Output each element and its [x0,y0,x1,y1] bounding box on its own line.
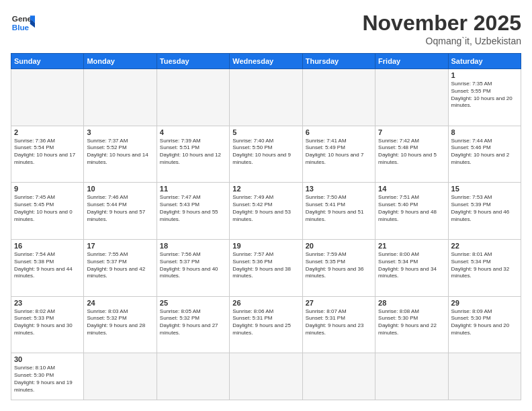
day-info: Sunrise: 8:05 AM Sunset: 5:32 PM Dayligh… [160,308,226,337]
day-info: Sunrise: 7:46 AM Sunset: 5:44 PM Dayligh… [87,194,153,223]
day-info: Sunrise: 7:53 AM Sunset: 5:39 PM Dayligh… [451,194,518,223]
day-number: 15 [451,185,518,193]
day-number: 8 [451,128,518,136]
day-info: Sunrise: 7:40 AM Sunset: 5:50 PM Dayligh… [232,138,299,167]
day-number: 25 [160,299,226,307]
calendar-cell: 24Sunrise: 8:03 AM Sunset: 5:32 PM Dayli… [84,296,157,353]
calendar-week-row: 2Sunrise: 7:36 AM Sunset: 5:54 PM Daylig… [11,126,521,183]
calendar-cell: 12Sunrise: 7:49 AM Sunset: 5:42 PM Dayli… [230,183,302,240]
calendar-cell: 7Sunrise: 7:42 AM Sunset: 5:48 PM Daylig… [375,126,448,183]
day-info: Sunrise: 7:45 AM Sunset: 5:45 PM Dayligh… [14,194,81,223]
calendar-cell [157,69,229,126]
calendar-week-row: 9Sunrise: 7:45 AM Sunset: 5:45 PM Daylig… [11,183,521,240]
calendar-week-row: 1Sunrise: 7:35 AM Sunset: 5:55 PM Daylig… [11,69,521,126]
day-info: Sunrise: 8:07 AM Sunset: 5:31 PM Dayligh… [306,308,372,337]
day-info: Sunrise: 8:03 AM Sunset: 5:32 PM Dayligh… [87,308,153,337]
logo-icon: General Blue [11,11,35,35]
day-info: Sunrise: 7:55 AM Sunset: 5:37 PM Dayligh… [87,251,153,280]
day-info: Sunrise: 7:41 AM Sunset: 5:49 PM Dayligh… [306,138,372,167]
calendar-cell: 20Sunrise: 7:59 AM Sunset: 5:35 PM Dayli… [302,239,375,296]
day-number: 6 [306,128,372,136]
calendar-cell: 13Sunrise: 7:50 AM Sunset: 5:41 PM Dayli… [302,183,375,240]
calendar-header-saturday: Saturday [448,54,521,69]
calendar-cell [11,69,84,126]
calendar-header-thursday: Thursday [302,54,375,69]
calendar-cell: 11Sunrise: 7:47 AM Sunset: 5:43 PM Dayli… [157,183,229,240]
calendar-cell: 28Sunrise: 8:08 AM Sunset: 5:30 PM Dayli… [375,296,448,353]
day-info: Sunrise: 7:39 AM Sunset: 5:51 PM Dayligh… [160,138,226,167]
calendar-table: SundayMondayTuesdayWednesdayThursdayFrid… [11,53,521,400]
day-info: Sunrise: 8:08 AM Sunset: 5:30 PM Dayligh… [378,308,445,337]
calendar-cell [375,69,448,126]
day-number: 27 [306,299,372,307]
calendar-header-tuesday: Tuesday [157,54,229,69]
calendar-cell: 29Sunrise: 8:09 AM Sunset: 5:30 PM Dayli… [448,296,521,353]
day-info: Sunrise: 8:00 AM Sunset: 5:34 PM Dayligh… [378,251,445,280]
day-info: Sunrise: 8:06 AM Sunset: 5:31 PM Dayligh… [232,308,299,337]
calendar-cell [448,353,521,400]
calendar-cell: 21Sunrise: 8:00 AM Sunset: 5:34 PM Dayli… [375,239,448,296]
calendar-cell: 22Sunrise: 8:01 AM Sunset: 5:34 PM Dayli… [448,239,521,296]
day-number: 13 [306,185,372,193]
calendar-cell: 8Sunrise: 7:44 AM Sunset: 5:46 PM Daylig… [448,126,521,183]
day-info: Sunrise: 7:35 AM Sunset: 5:55 PM Dayligh… [451,81,518,109]
day-number: 14 [378,185,445,193]
svg-text:Blue: Blue [12,23,30,32]
day-number: 19 [232,242,299,250]
calendar-cell: 30Sunrise: 8:10 AM Sunset: 5:30 PM Dayli… [11,353,84,400]
day-number: 17 [87,242,153,250]
calendar-cell [230,353,302,400]
calendar-cell: 19Sunrise: 7:57 AM Sunset: 5:36 PM Dayli… [230,239,302,296]
day-info: Sunrise: 7:42 AM Sunset: 5:48 PM Dayligh… [378,138,445,167]
calendar-cell [84,353,157,400]
calendar-cell: 27Sunrise: 8:07 AM Sunset: 5:31 PM Dayli… [302,296,375,353]
day-number: 30 [14,355,81,363]
day-info: Sunrise: 7:47 AM Sunset: 5:43 PM Dayligh… [160,194,226,223]
calendar-cell: 9Sunrise: 7:45 AM Sunset: 5:45 PM Daylig… [11,183,84,240]
calendar-cell: 1Sunrise: 7:35 AM Sunset: 5:55 PM Daylig… [448,69,521,126]
calendar-week-row: 30Sunrise: 8:10 AM Sunset: 5:30 PM Dayli… [11,353,521,400]
day-info: Sunrise: 7:59 AM Sunset: 5:35 PM Dayligh… [306,251,372,280]
calendar-cell: 6Sunrise: 7:41 AM Sunset: 5:49 PM Daylig… [302,126,375,183]
day-info: Sunrise: 7:50 AM Sunset: 5:41 PM Dayligh… [306,194,372,223]
calendar-cell: 2Sunrise: 7:36 AM Sunset: 5:54 PM Daylig… [11,126,84,183]
calendar-cell: 4Sunrise: 7:39 AM Sunset: 5:51 PM Daylig… [157,126,229,183]
calendar-week-row: 16Sunrise: 7:54 AM Sunset: 5:38 PM Dayli… [11,239,521,296]
calendar-header-wednesday: Wednesday [230,54,302,69]
day-info: Sunrise: 8:01 AM Sunset: 5:34 PM Dayligh… [451,251,518,280]
day-info: Sunrise: 7:57 AM Sunset: 5:36 PM Dayligh… [232,251,299,280]
day-number: 16 [14,242,81,250]
day-number: 22 [451,242,518,250]
day-number: 29 [451,299,518,307]
day-info: Sunrise: 7:37 AM Sunset: 5:52 PM Dayligh… [87,138,153,167]
calendar-cell: 23Sunrise: 8:02 AM Sunset: 5:33 PM Dayli… [11,296,84,353]
calendar-cell [157,353,229,400]
location: Oqmang`it, Uzbekistan [362,36,521,46]
month-title: November 2025 [362,11,521,36]
day-number: 7 [378,128,445,136]
day-number: 3 [87,128,153,136]
calendar-cell: 15Sunrise: 7:53 AM Sunset: 5:39 PM Dayli… [448,183,521,240]
day-number: 26 [232,299,299,307]
day-info: Sunrise: 8:10 AM Sunset: 5:30 PM Dayligh… [14,365,81,394]
day-number: 20 [306,242,372,250]
day-info: Sunrise: 8:09 AM Sunset: 5:30 PM Dayligh… [451,308,518,337]
day-info: Sunrise: 7:56 AM Sunset: 5:37 PM Dayligh… [160,251,226,280]
day-number: 4 [160,128,226,136]
calendar-cell [84,69,157,126]
calendar-cell: 18Sunrise: 7:56 AM Sunset: 5:37 PM Dayli… [157,239,229,296]
calendar-cell: 25Sunrise: 8:05 AM Sunset: 5:32 PM Dayli… [157,296,229,353]
day-number: 2 [14,128,81,136]
calendar-cell: 26Sunrise: 8:06 AM Sunset: 5:31 PM Dayli… [230,296,302,353]
calendar-cell: 10Sunrise: 7:46 AM Sunset: 5:44 PM Dayli… [84,183,157,240]
calendar-cell [302,69,375,126]
calendar-header-monday: Monday [84,54,157,69]
day-number: 28 [378,299,445,307]
calendar-cell: 3Sunrise: 7:37 AM Sunset: 5:52 PM Daylig… [84,126,157,183]
day-number: 10 [87,185,153,193]
day-number: 12 [232,185,299,193]
calendar-header-sunday: Sunday [11,54,84,69]
logo: General Blue [11,11,35,35]
calendar-cell [230,69,302,126]
title-block: November 2025 Oqmang`it, Uzbekistan [362,11,521,46]
